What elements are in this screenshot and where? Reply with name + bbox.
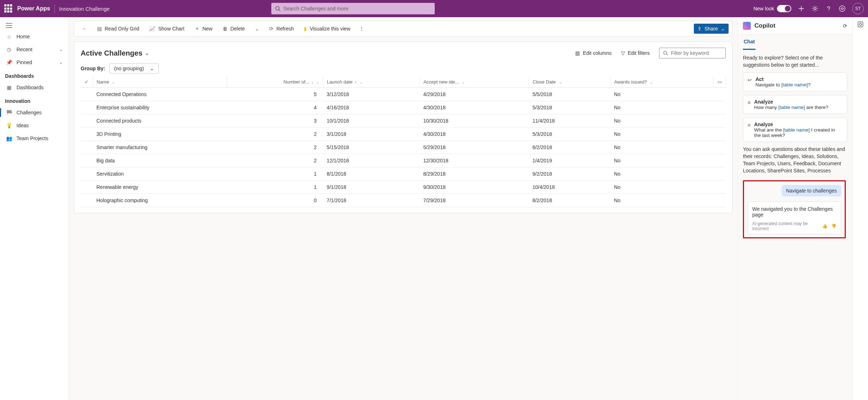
- col-close-label: Close Date: [533, 79, 555, 85]
- row-actions[interactable]: [714, 101, 726, 114]
- table-row[interactable]: Holographic computing07/1/20187/29/20188…: [81, 194, 726, 207]
- suggestion-analyze-week[interactable]: ≡ Analyze What are the [table name] I cr…: [743, 118, 847, 142]
- suggestion-analyze-count[interactable]: ≡ Analyze How many [table name] are ther…: [743, 95, 847, 114]
- show-chart-button[interactable]: 📈 Show Chart: [145, 24, 189, 34]
- user-avatar[interactable]: ST: [852, 3, 864, 14]
- nav-ideas[interactable]: 💡 Ideas: [0, 119, 68, 132]
- edit-filters-button[interactable]: ▽ Edit filters: [621, 50, 650, 56]
- copilot-logo-icon: [743, 22, 751, 30]
- row-actions[interactable]: [714, 114, 726, 128]
- thumbs-down-icon[interactable]: 👎: [831, 224, 836, 229]
- new-look-toggle[interactable]: New look: [753, 5, 791, 12]
- visualize-button[interactable]: ▮ Visualize this view: [300, 24, 354, 34]
- nav-challenges[interactable]: 🏁 Challenges: [0, 106, 68, 119]
- overflow-button[interactable]: ⋮: [356, 24, 367, 34]
- plus-icon: ＋: [195, 25, 200, 32]
- chevron-down-icon: ⌄: [145, 51, 149, 56]
- row-actions[interactable]: [714, 128, 726, 141]
- nav-dashboards[interactable]: ▦ Dashboards: [0, 81, 68, 94]
- suggestion-title: Act: [755, 76, 811, 82]
- read-only-grid-button[interactable]: ▤ Read Only Grid: [93, 24, 143, 34]
- copilot-body: Ready to explore? Select one of the sugg…: [738, 50, 852, 400]
- app-launcher-icon[interactable]: [4, 4, 13, 13]
- nav-home[interactable]: ⌂ Home: [0, 30, 68, 43]
- back-button[interactable]: ←: [78, 24, 91, 34]
- cell-awards: No: [610, 167, 714, 181]
- col-name[interactable]: Name⌄: [93, 76, 226, 88]
- share-button[interactable]: ⇪ Share ⌄: [694, 24, 729, 34]
- table-row[interactable]: Renewable energy19/1/20189/30/201810/4/2…: [81, 181, 726, 194]
- table-row[interactable]: Servitization18/1/20188/29/20189/2/2018N…: [81, 167, 726, 181]
- suggestion-title: Analyze: [754, 99, 828, 105]
- row-actions[interactable]: [714, 181, 726, 194]
- keyword-filter-input[interactable]: [671, 50, 722, 56]
- view-selector[interactable]: Active Challenges ⌄: [81, 49, 149, 57]
- tab-chat[interactable]: Chat: [743, 34, 755, 50]
- row-actions[interactable]: [714, 141, 726, 154]
- delete-split-button[interactable]: ⌄: [251, 24, 263, 34]
- col-awards[interactable]: Awards issued?⌄: [610, 76, 714, 88]
- search-box[interactable]: [271, 3, 435, 14]
- col-accept[interactable]: Accept new ide...⌄: [420, 76, 529, 88]
- edit-columns-button[interactable]: ▥ Edit columns: [575, 50, 611, 56]
- new-button[interactable]: ＋ New: [190, 23, 217, 34]
- table-row[interactable]: Smarter manufacturing25/15/20185/29/2018…: [81, 141, 726, 154]
- row-checkbox[interactable]: [81, 128, 93, 141]
- suggestion-act[interactable]: ↩ Act Navigate to [table name]?: [743, 72, 847, 91]
- home-icon: ⌂: [6, 34, 12, 39]
- row-checkbox[interactable]: [81, 141, 93, 154]
- row-checkbox[interactable]: [81, 154, 93, 167]
- chevron-down-icon: ⌄: [316, 80, 319, 84]
- col-actions[interactable]: ▭: [714, 76, 726, 88]
- table-row[interactable]: Connected Operations53/12/20184/29/20185…: [81, 88, 726, 101]
- table-row[interactable]: 3D Printing23/1/20184/30/20185/3/2018No: [81, 128, 726, 141]
- table-row[interactable]: Big data212/1/201812/30/20181/4/2019No: [81, 154, 726, 167]
- row-checkbox[interactable]: [81, 88, 93, 101]
- col-number[interactable]: Number of...↓⌄: [226, 76, 323, 88]
- row-actions[interactable]: [714, 194, 726, 207]
- copilot-rail-icon[interactable]: [857, 21, 864, 28]
- nav-recent[interactable]: ◷ Recent ⌄: [0, 43, 68, 56]
- team-icon: 👥: [6, 135, 12, 141]
- col-close[interactable]: Close Date⌄: [529, 76, 611, 88]
- nav-ideas-label: Ideas: [16, 123, 29, 128]
- row-checkbox[interactable]: [81, 101, 93, 114]
- copilot-intro: Ready to explore? Select one of the sugg…: [743, 54, 847, 69]
- table-row[interactable]: Enterprise sustainability44/16/20184/30/…: [81, 101, 726, 114]
- assistant-icon[interactable]: [839, 5, 846, 12]
- nav-pinned[interactable]: 📌 Pinned ⌄: [0, 56, 68, 69]
- select-all-header[interactable]: ✓: [81, 76, 93, 88]
- app-header: Power Apps Innovation Challenge New look…: [0, 0, 868, 17]
- delete-button[interactable]: 🗑 Delete: [218, 24, 249, 34]
- keyword-filter[interactable]: [659, 48, 726, 58]
- row-actions[interactable]: [714, 167, 726, 181]
- group-by-dropdown[interactable]: (no grouping) ⌄: [109, 63, 158, 73]
- refresh-button[interactable]: ⟳ Refresh: [265, 24, 298, 34]
- search-input[interactable]: [283, 6, 431, 11]
- row-actions[interactable]: [714, 88, 726, 101]
- settings-icon[interactable]: [811, 5, 819, 12]
- dashboard-icon: ▦: [6, 85, 12, 90]
- refresh-icon[interactable]: ⟳: [843, 23, 847, 29]
- row-checkbox[interactable]: [81, 167, 93, 181]
- cell-close: 5/5/2018: [529, 88, 611, 101]
- cell-launch: 12/1/2018: [323, 154, 420, 167]
- nav-team-projects[interactable]: 👥 Team Projects: [0, 132, 68, 145]
- content-card: Active Challenges ⌄ ▥ Edit columns ▽ Edi…: [74, 42, 733, 213]
- nav-recent-label: Recent: [16, 47, 32, 52]
- row-checkbox[interactable]: [81, 181, 93, 194]
- row-checkbox[interactable]: [81, 194, 93, 207]
- cell-close: 9/2/2018: [529, 167, 611, 181]
- nav-toggle-icon[interactable]: [0, 21, 68, 30]
- cell-awards: No: [610, 154, 714, 167]
- thumbs-up-icon[interactable]: 👍: [822, 224, 828, 229]
- cell-close: 5/3/2018: [529, 101, 611, 114]
- col-launch[interactable]: Launch date↑⌄: [323, 76, 420, 88]
- nav-dashboards-label: Dashboards: [16, 85, 44, 90]
- table-row[interactable]: Connected products310/1/201810/30/201811…: [81, 114, 726, 128]
- left-nav: ⌂ Home ◷ Recent ⌄ 📌 Pinned ⌄ Dashboards …: [0, 17, 69, 400]
- row-actions[interactable]: [714, 154, 726, 167]
- row-checkbox[interactable]: [81, 114, 93, 128]
- help-icon[interactable]: [825, 5, 832, 12]
- add-icon[interactable]: [798, 5, 805, 12]
